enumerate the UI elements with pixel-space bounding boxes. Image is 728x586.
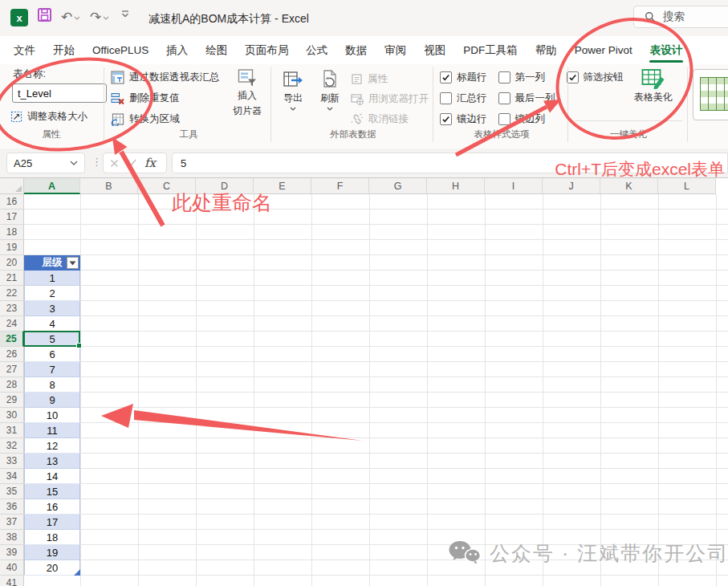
- column-header-D[interactable]: D: [196, 178, 254, 194]
- row-header-27[interactable]: 27: [0, 362, 24, 377]
- active-cell-selection[interactable]: [23, 331, 80, 347]
- table-cell-6[interactable]: 6: [24, 347, 80, 362]
- tab-绘图[interactable]: 绘图: [205, 36, 228, 64]
- row-header-20[interactable]: 20: [0, 255, 24, 271]
- tab-表设计[interactable]: 表设计: [649, 36, 684, 64]
- table-cell-17[interactable]: 17: [24, 515, 80, 530]
- row-header-17[interactable]: 17: [0, 210, 24, 225]
- table-cell-14[interactable]: 14: [24, 469, 80, 484]
- style-option-汇总行[interactable]: 汇总行: [440, 91, 487, 105]
- row-header-29[interactable]: 29: [0, 393, 24, 408]
- row-header-31[interactable]: 31: [0, 423, 24, 438]
- row-header-30[interactable]: 30: [0, 408, 24, 423]
- tab-PDF工具箱[interactable]: PDF工具箱: [462, 36, 519, 64]
- tab-OfficePLUS[interactable]: OfficePLUS: [92, 36, 149, 64]
- row-header-34[interactable]: 34: [0, 469, 24, 484]
- undo-button[interactable]: ↶: [61, 7, 80, 28]
- search-box[interactable]: 搜索: [633, 6, 728, 28]
- filter-dropdown-button[interactable]: [67, 257, 79, 269]
- table-cell-18[interactable]: 18: [24, 530, 80, 545]
- tools-item-2[interactable]: 删除重复值: [111, 89, 220, 107]
- redo-button[interactable]: ↷: [90, 7, 109, 28]
- checkbox-icon[interactable]: [498, 113, 510, 125]
- row-header-19[interactable]: 19: [0, 240, 24, 255]
- column-header-L[interactable]: L: [658, 178, 716, 194]
- row-header-40[interactable]: 40: [0, 560, 24, 576]
- cancel-icon[interactable]: [110, 159, 119, 168]
- tab-视图[interactable]: 视图: [423, 36, 446, 64]
- style-option-筛选按钮[interactable]: 筛选按钮: [567, 70, 624, 84]
- column-header-G[interactable]: G: [369, 178, 427, 194]
- table-header-cell[interactable]: 层级: [24, 255, 80, 271]
- table-cell-10[interactable]: 10: [24, 408, 80, 423]
- tab-页面布局[interactable]: 页面布局: [244, 36, 289, 64]
- table-cell-1[interactable]: 1: [24, 271, 80, 286]
- table-cell-12[interactable]: 12: [24, 438, 80, 454]
- refresh-button[interactable]: 刷新: [313, 69, 347, 111]
- row-header-39[interactable]: 39: [0, 545, 24, 560]
- save-button[interactable]: [37, 7, 52, 22]
- column-header-A[interactable]: A: [24, 178, 80, 194]
- column-header-E[interactable]: E: [254, 178, 311, 194]
- row-header-23[interactable]: 23: [0, 301, 24, 316]
- row-header-25[interactable]: 25: [0, 332, 24, 347]
- table-cell-9[interactable]: 9: [24, 393, 80, 408]
- row-header-18[interactable]: 18: [0, 225, 24, 240]
- row-header-33[interactable]: 33: [0, 454, 24, 469]
- style-option-最后一列[interactable]: 最后一列: [498, 91, 555, 105]
- row-header-22[interactable]: 22: [0, 286, 24, 301]
- checkbox-icon[interactable]: [498, 92, 510, 104]
- tools-item-1[interactable]: 通过数据透视表汇总: [111, 68, 220, 86]
- row-header-32[interactable]: 32: [0, 438, 24, 454]
- tools-item-3[interactable]: 转换为区域: [111, 110, 220, 128]
- checkbox-icon[interactable]: [440, 71, 452, 83]
- tab-审阅[interactable]: 审阅: [384, 36, 407, 64]
- row-header-35[interactable]: 35: [0, 484, 24, 499]
- select-all-corner[interactable]: [0, 178, 24, 194]
- row-header-16[interactable]: 16: [0, 194, 24, 210]
- export-button[interactable]: 导出: [276, 69, 310, 111]
- row-header-28[interactable]: 28: [0, 377, 24, 393]
- tab-文件[interactable]: 文件: [13, 36, 36, 64]
- checkbox-icon[interactable]: [498, 71, 510, 83]
- separator-dots-icon[interactable]: ⋮: [92, 156, 102, 168]
- table-beautify-button[interactable]: 表格美化: [618, 68, 689, 104]
- column-header-F[interactable]: F: [311, 178, 369, 194]
- checkbox-icon[interactable]: [440, 113, 452, 125]
- table-cell-19[interactable]: 19: [24, 545, 80, 560]
- tab-公式[interactable]: 公式: [305, 36, 328, 64]
- row-header-36[interactable]: 36: [0, 499, 24, 515]
- style-option-镶边列[interactable]: 镶边列: [498, 112, 555, 126]
- row-header-37[interactable]: 37: [0, 515, 24, 530]
- row-header-21[interactable]: 21: [0, 271, 24, 286]
- column-header-I[interactable]: I: [485, 178, 543, 194]
- tab-帮助[interactable]: 帮助: [535, 36, 558, 64]
- table-name-input[interactable]: [12, 83, 107, 103]
- row-header-38[interactable]: 38: [0, 530, 24, 545]
- name-box[interactable]: A25: [6, 153, 85, 173]
- table-style-gallery[interactable]: [693, 69, 728, 120]
- style-option-第一列[interactable]: 第一列: [498, 70, 555, 84]
- tab-数据[interactable]: 数据: [344, 36, 368, 64]
- column-header-C[interactable]: C: [138, 178, 196, 194]
- formula-input[interactable]: 5: [172, 153, 728, 173]
- row-header-26[interactable]: 26: [0, 347, 24, 362]
- column-header-H[interactable]: H: [427, 178, 485, 194]
- column-header-K[interactable]: K: [600, 178, 658, 194]
- row-header-41[interactable]: 41: [0, 576, 24, 586]
- table-cell-2[interactable]: 2: [24, 286, 80, 301]
- table-cell-13[interactable]: 13: [24, 454, 80, 469]
- insert-slicer-button[interactable]: 插入 切片器: [226, 68, 268, 118]
- resize-table-button[interactable]: 调整表格大小: [10, 108, 87, 125]
- table-cell-3[interactable]: 3: [24, 301, 80, 316]
- grid-cells-area[interactable]: [24, 194, 728, 586]
- style-option-镶边行[interactable]: 镶边行: [440, 112, 487, 126]
- table-cell-16[interactable]: 16: [24, 499, 80, 515]
- row-header-24[interactable]: 24: [0, 316, 24, 332]
- enter-icon[interactable]: [127, 159, 136, 167]
- checkbox-icon[interactable]: [440, 92, 452, 104]
- tab-开始[interactable]: 开始: [52, 36, 75, 64]
- table-cell-7[interactable]: 7: [24, 362, 80, 377]
- tab-Power Pivot[interactable]: Power Pivot: [574, 36, 633, 64]
- style-option-标题行[interactable]: 标题行: [440, 70, 487, 84]
